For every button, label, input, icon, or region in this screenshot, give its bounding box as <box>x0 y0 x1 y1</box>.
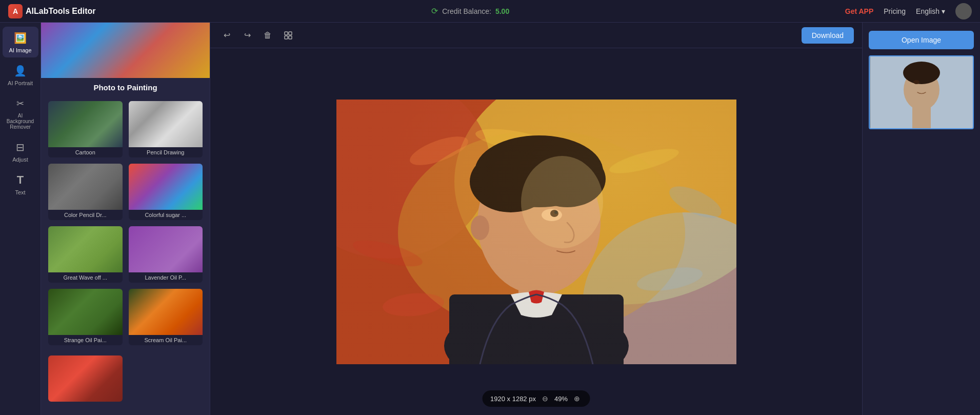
svg-point-33 <box>913 80 919 84</box>
canvas-area: ↩ ↪ 🗑 Download <box>210 23 862 415</box>
strange-oil-thumbnail <box>48 289 123 335</box>
style-card-color-pencil[interactable]: Color Pencil Dr... <box>47 163 124 221</box>
colorful-sugar-label: Colorful sugar ... <box>129 210 203 220</box>
sidebar-item-ai-portrait[interactable]: 👤 AI Portrait <box>3 60 38 90</box>
delete-button[interactable]: 🗑 <box>259 27 276 44</box>
cartoon-thumbnail <box>48 101 123 147</box>
cartoon-label: Cartoon <box>48 147 123 157</box>
panel-title: Photo to Painting <box>41 78 210 96</box>
svg-rect-0 <box>285 32 288 35</box>
get-app-button[interactable]: Get APP <box>845 7 874 15</box>
redo-button[interactable]: ↪ <box>239 27 255 44</box>
style-card-pencil-drawing[interactable]: Pencil Drawing <box>128 100 204 159</box>
scream-oil-label: Scream Oil Pai... <box>129 335 203 345</box>
language-selector[interactable]: English ▾ <box>916 7 945 15</box>
right-panel: Open Image <box>862 23 980 415</box>
svg-rect-1 <box>289 32 292 35</box>
pencil-label: Pencil Drawing <box>129 147 203 157</box>
extra-cards <box>41 350 210 407</box>
sidebar-item-adjust[interactable]: ⊟ Adjust <box>3 136 38 167</box>
text-icon: T <box>13 173 28 187</box>
svg-rect-3 <box>289 36 292 39</box>
sidebar-item-bg-remover[interactable]: ✂ AI Background Remover <box>3 92 38 134</box>
header: A AILabTools Editor ⟳ Credit Balance: 5.… <box>0 0 980 23</box>
style-card-colorful-sugar[interactable]: Colorful sugar ... <box>128 163 204 221</box>
svg-rect-32 <box>912 107 931 128</box>
credit-refresh-icon[interactable]: ⟳ <box>431 6 438 16</box>
download-button[interactable]: Download <box>802 27 854 44</box>
sidebar-item-label: Adjust <box>12 156 28 163</box>
style-card-extra[interactable] <box>47 354 124 403</box>
pricing-button[interactable]: Pricing <box>884 7 906 15</box>
canvas-content: 1920 x 1282 px ⊖ 49% ⊕ <box>210 48 862 415</box>
credit-info: ⟳ Credit Balance: 5.00 <box>431 6 509 16</box>
style-card-cartoon[interactable]: Cartoon <box>47 100 124 159</box>
colorful-sugar-thumbnail <box>129 164 203 210</box>
main-layout: 🖼️ AI Image 👤 AI Portrait ✂ AI Backgroun… <box>0 23 980 415</box>
style-card-scream-oil[interactable]: Scream Oil Pai... <box>128 288 204 346</box>
logo: A AILabTools Editor <box>8 4 96 18</box>
color-pencil-label: Color Pencil Dr... <box>48 210 123 220</box>
zoom-level: 49% <box>554 395 568 403</box>
extra-thumbnail <box>48 355 123 402</box>
canvas-dimensions: 1920 x 1282 px <box>490 395 536 403</box>
avatar[interactable] <box>955 3 972 19</box>
great-wave-thumbnail <box>48 226 123 272</box>
pencil-thumbnail <box>129 101 203 147</box>
logo-icon: A <box>8 4 23 18</box>
credit-label: Credit Balance: <box>442 7 491 15</box>
lavender-label: Lavender Oil P... <box>129 272 203 283</box>
header-right: Get APP Pricing English ▾ <box>845 3 972 19</box>
canvas-toolbar: ↩ ↪ 🗑 Download <box>210 23 862 48</box>
lavender-thumbnail <box>129 226 203 272</box>
style-panel: Photo to Painting Cartoon Pencil Drawing… <box>41 23 210 415</box>
style-grid: Cartoon Pencil Drawing Color Pencil Dr..… <box>41 96 210 350</box>
zoom-in-button[interactable]: ⊕ <box>572 393 582 404</box>
svg-point-31 <box>903 62 940 84</box>
clear-button[interactable] <box>280 27 296 44</box>
chevron-down-icon: ▾ <box>942 7 945 15</box>
ai-portrait-icon: 👤 <box>13 64 28 78</box>
style-card-lavender[interactable]: Lavender Oil P... <box>128 225 204 284</box>
sidebar-item-label: AI Image <box>9 47 31 53</box>
color-pencil-thumbnail <box>48 164 123 210</box>
zoom-out-button[interactable]: ⊖ <box>540 393 550 404</box>
credit-value: 5.00 <box>495 7 509 15</box>
left-sidebar: 🖼️ AI Image 👤 AI Portrait ✂ AI Backgroun… <box>0 23 41 415</box>
svg-rect-2 <box>285 36 288 39</box>
preview-image <box>870 56 973 128</box>
canvas-status-bar: 1920 x 1282 px ⊖ 49% ⊕ <box>482 390 590 407</box>
sidebar-item-label: AI Portrait <box>8 80 33 86</box>
canvas-image <box>336 100 736 364</box>
language-label: English <box>916 7 939 15</box>
logo-text: AILabTools Editor <box>26 7 96 16</box>
style-card-strange-oil[interactable]: Strange Oil Pai... <box>47 288 124 346</box>
panel-thumbnail <box>41 23 210 78</box>
adjust-icon: ⊟ <box>13 140 28 154</box>
sidebar-item-label: Text <box>15 189 25 195</box>
scream-oil-thumbnail <box>129 289 203 335</box>
sidebar-item-text[interactable]: T Text <box>3 169 38 200</box>
strange-oil-label: Strange Oil Pai... <box>48 335 123 345</box>
preview-svg <box>870 56 973 128</box>
sidebar-item-label: AI Background Remover <box>5 113 36 130</box>
ai-image-icon: 🖼️ <box>13 31 28 45</box>
great-wave-label: Great Wave off ... <box>48 272 123 283</box>
open-image-button[interactable]: Open Image <box>869 31 974 49</box>
preview-container <box>869 55 974 129</box>
svg-rect-28 <box>336 100 736 364</box>
undo-button[interactable]: ↩ <box>218 27 235 44</box>
sidebar-item-ai-image[interactable]: 🖼️ AI Image <box>3 27 38 57</box>
style-card-great-wave[interactable]: Great Wave off ... <box>47 225 124 284</box>
bg-remover-icon: ✂ <box>13 96 28 111</box>
